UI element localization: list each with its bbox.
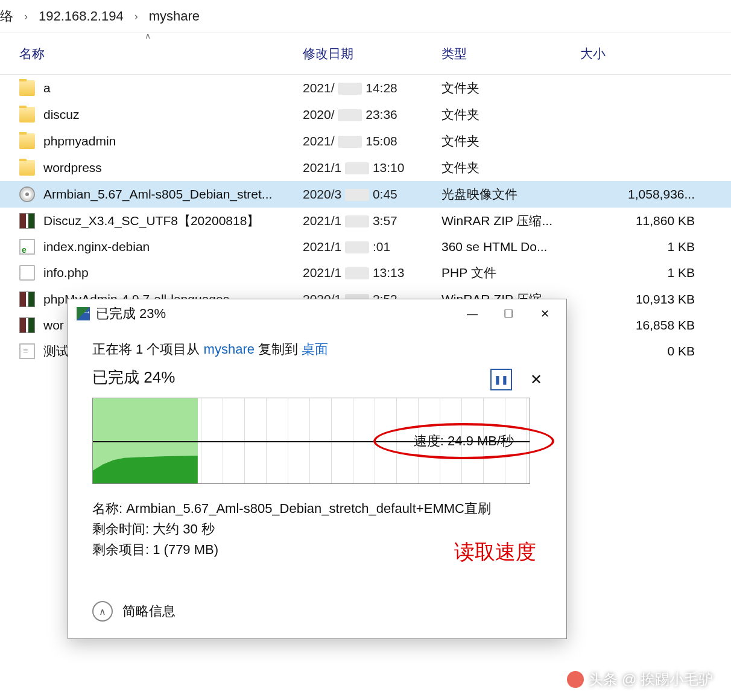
file-row[interactable]: wordpress2021/1 13:10文件夹: [0, 154, 731, 181]
chevron-right-icon: ›: [24, 10, 28, 23]
file-date: 2021/1 :01: [296, 238, 434, 255]
dest-link[interactable]: 桌面: [302, 342, 328, 357]
file-type: 文件夹: [434, 158, 573, 177]
file-type: PHP 文件: [434, 263, 573, 282]
file-row[interactable]: index.nginx-debian2021/1 :01360 se HTML …: [0, 234, 731, 259]
file-type: 360 se HTML Do...: [434, 238, 573, 255]
progress-label: 已完成 24%: [92, 367, 175, 388]
file-icon: [19, 265, 35, 281]
file-name: 测试: [43, 343, 69, 360]
annotation-text: 读取速度: [454, 538, 536, 566]
file-name: index.nginx-debian: [43, 240, 150, 254]
breadcrumb-seg[interactable]: 络: [0, 7, 13, 25]
file-row[interactable]: Armbian_5.67_Aml-s805_Debian_stret...202…: [0, 181, 731, 208]
file-date: 2020/ 23:36: [296, 106, 434, 123]
file-row[interactable]: Discuz_X3.4_SC_UTF8【20200818】2021/1 3:57…: [0, 208, 731, 234]
breadcrumb-seg[interactable]: 192.168.2.194: [39, 8, 124, 24]
rar-icon: [19, 213, 35, 229]
rar-icon: [19, 291, 35, 307]
file-size: 1 KB: [573, 264, 731, 281]
column-date[interactable]: 修改日期: [296, 33, 434, 74]
source-link[interactable]: myshare: [204, 342, 255, 357]
file-size: [573, 113, 731, 116]
file-size: 10,913 KB: [573, 291, 731, 308]
file-type: 光盘映像文件: [434, 185, 573, 204]
chevron-up-icon: ∧: [92, 601, 113, 622]
copy-description: 正在将 1 个项目从 myshare 复制到 桌面: [92, 340, 542, 358]
file-size: 16,858 KB: [573, 317, 731, 334]
speed-label: 速度: 24.9 MB/秒: [373, 423, 554, 459]
file-size: [573, 87, 731, 89]
sort-asc-icon: ∧: [145, 31, 151, 40]
txt-icon: [19, 343, 35, 359]
watermark: 头条 @ 挨踢小毛驴: [567, 670, 713, 689]
toggle-details[interactable]: ∧ 简略信息: [92, 601, 176, 622]
file-name: wor: [43, 318, 64, 332]
file-name: phpmyadmin: [43, 134, 116, 148]
file-name: Armbian_5.67_Aml-s805_Debian_stret...: [43, 187, 272, 202]
file-type: WinRAR ZIP 压缩...: [434, 211, 573, 231]
titlebar-text: 已完成 23%: [96, 305, 454, 323]
column-size[interactable]: 大小: [573, 33, 731, 74]
file-row[interactable]: info.php2021/1 13:13PHP 文件1 KB: [0, 259, 731, 286]
copy-icon: [77, 307, 90, 320]
file-size: 0 KB: [573, 343, 731, 360]
folder-icon: [19, 80, 35, 96]
file-row[interactable]: phpmyadmin2021/ 15:08文件夹: [0, 128, 731, 154]
file-name: info.php: [43, 266, 89, 280]
file-type: 文件夹: [434, 105, 573, 124]
file-row[interactable]: discuz2020/ 23:36文件夹: [0, 101, 731, 128]
titlebar[interactable]: 已完成 23% — ☐ ✕: [68, 299, 566, 328]
file-date: 2021/1 3:57: [296, 212, 434, 229]
minimize-button[interactable]: —: [454, 302, 490, 326]
breadcrumb-seg[interactable]: myshare: [149, 8, 200, 24]
file-name: discuz: [43, 107, 80, 122]
file-size: 11,860 KB: [573, 212, 731, 229]
breadcrumb[interactable]: 络 › 192.168.2.194 › myshare: [0, 0, 731, 33]
file-name: a: [43, 81, 51, 95]
file-size: [573, 167, 731, 169]
maximize-button[interactable]: ☐: [490, 302, 527, 326]
toutiao-icon: [567, 671, 584, 688]
chevron-right-icon: ›: [134, 10, 138, 23]
cancel-button[interactable]: ✕: [530, 371, 542, 388]
column-type[interactable]: 类型: [434, 33, 573, 74]
rar-icon: [19, 317, 35, 333]
file-date: 2021/ 14:28: [296, 80, 434, 97]
folder-icon: [19, 107, 35, 122]
file-type: 文件夹: [434, 78, 573, 98]
file-size: 1 KB: [573, 238, 731, 255]
file-date: 2021/1 13:10: [296, 159, 434, 176]
folder-icon: [19, 160, 35, 176]
file-date: 2020/3 0:45: [296, 186, 434, 203]
file-date: 2021/ 15:08: [296, 133, 434, 150]
file-size: [573, 140, 731, 142]
disc-icon: [19, 186, 35, 202]
close-button[interactable]: ✕: [527, 302, 563, 326]
column-name[interactable]: 名称 ∧: [0, 33, 296, 74]
file-name: wordpress: [43, 161, 102, 175]
folder-icon: [19, 133, 35, 149]
html-icon: [19, 239, 35, 255]
column-headers: 名称 ∧ 修改日期 类型 大小: [0, 33, 731, 75]
file-date: 2021/1 13:13: [296, 264, 434, 281]
pause-button[interactable]: ❚❚: [490, 369, 512, 390]
file-name: Discuz_X3.4_SC_UTF8【20200818】: [43, 212, 259, 229]
file-row[interactable]: a2021/ 14:28文件夹: [0, 75, 731, 101]
file-type: 文件夹: [434, 132, 573, 151]
file-size: 1,058,936...: [573, 186, 731, 203]
copy-dialog: 已完成 23% — ☐ ✕ 正在将 1 个项目从 myshare 复制到 桌面 …: [68, 299, 567, 639]
